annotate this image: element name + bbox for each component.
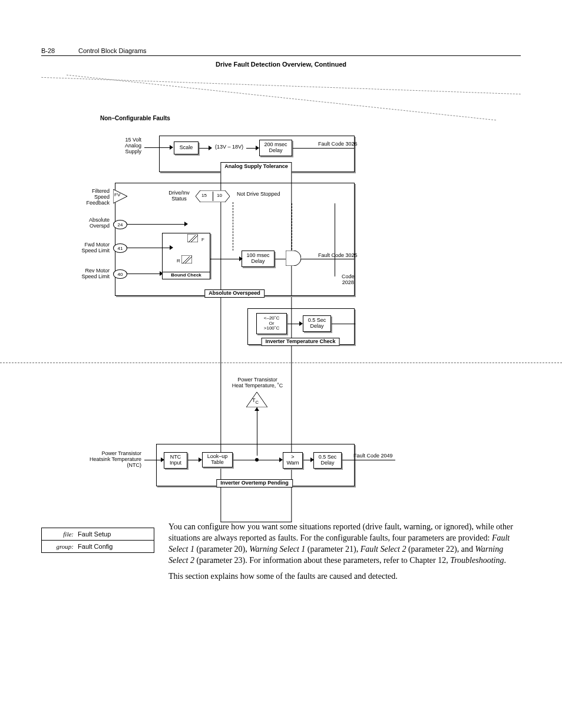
scale-box: Scale <box>174 141 199 154</box>
abs-overspeed-group-label: Absolute Overspeed <box>204 289 265 298</box>
ntc-box: NTC Input <box>164 452 187 469</box>
fc2049: Fault Code 2049 <box>353 453 393 459</box>
fwd-label: Fwd Motor Speed Limit <box>71 242 110 254</box>
not-stopped-label: Not Drive Stopped <box>237 192 280 197</box>
invtemp-group-label: Inverter Temperature Check <box>262 338 340 346</box>
heat-temp-label: Power Transistor Heat Temperature, ˚C <box>219 377 296 389</box>
bit15: 15 <box>201 193 207 199</box>
bit10: 10 <box>217 193 222 199</box>
group-key: group: <box>47 543 74 550</box>
ntc-label: Power Transistor Heatsink Temperature (N… <box>77 451 141 469</box>
body-p1: You can configure how you want some situ… <box>168 522 521 566</box>
temp-delay-box: 0.5 Sec Delay <box>303 315 331 332</box>
bound-check-label: Bound Check <box>162 272 210 279</box>
file-val: Fault Setup <box>78 531 111 538</box>
section-title: Control Block Diagrams <box>78 47 147 54</box>
abs-label: Absolute Overspd <box>77 218 110 229</box>
range-label: (13V – 18V) <box>212 144 246 150</box>
figure-title: Drive Fault Detection Overview, Continue… <box>41 61 521 68</box>
diagram: Non–Configurable Faults Analog Supply To… <box>41 80 521 522</box>
analog-input-label: 15 Volt Analog Supply <box>106 137 141 155</box>
p24: 24 <box>113 220 127 229</box>
fsf-label: Filtered Speed Feedback <box>77 189 110 206</box>
r-label: R <box>177 259 180 264</box>
fc3026: Fault Code 3026 <box>318 141 358 147</box>
code2028: Code 2028 <box>342 274 355 286</box>
temp-cond-box: <–20˚C Or >100˚C <box>256 313 287 334</box>
pend-delay-box: 0.5 Sec Delay <box>313 452 342 469</box>
tc-label: TC <box>252 398 259 405</box>
os-delay-box: 100 msec Delay <box>242 251 275 267</box>
file-key: file: <box>47 531 74 538</box>
page-number: B-28 <box>41 47 77 54</box>
lookup-box: Look–up Table <box>202 452 233 467</box>
fv-label: FV <box>114 193 120 198</box>
nonconfig-heading: Non–Configurable Faults <box>100 115 170 121</box>
fc3025: Fault Code 3025 <box>318 253 358 259</box>
file-group-box: file: Fault Setup group: Fault Config <box>41 528 154 553</box>
body-p2: This section explains how some of the fa… <box>168 571 521 582</box>
group-val: Fault Config <box>78 543 113 550</box>
f-label: F <box>201 238 204 243</box>
warn-box: > Warn <box>283 452 303 469</box>
p41: 41 <box>113 243 127 253</box>
overtemp-group-label: Inverter Overtemp Pending <box>216 479 293 487</box>
p40: 40 <box>113 269 127 279</box>
drive-status-label: Drive/Inv Status <box>165 190 193 202</box>
analog-delay-box: 200 msec Delay <box>259 140 292 156</box>
rev-label: Rev Motor Speed Limit <box>71 268 110 280</box>
